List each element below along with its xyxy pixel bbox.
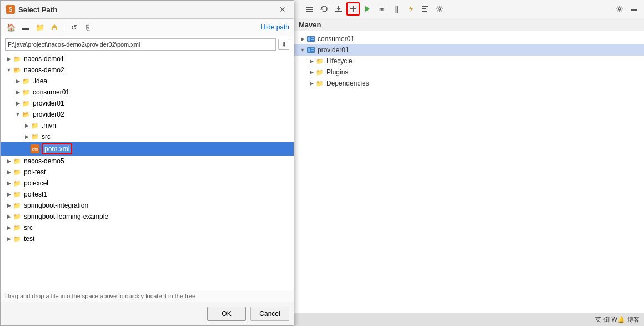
tree-arrow-provider02 xyxy=(14,111,22,118)
tree-arrow-src xyxy=(23,133,31,141)
tree-label-nacos-demo5: nacos-demo5 xyxy=(24,157,64,165)
tree-item-test[interactable]: test xyxy=(1,233,294,244)
tree-item-poi-test[interactable]: poi-test xyxy=(1,167,294,178)
title-left: S Select Path xyxy=(6,5,57,14)
tree-item-pom-xml[interactable]: xml pom.xml xyxy=(1,142,294,156)
svg-marker-11 xyxy=(365,6,370,12)
svg-marker-1 xyxy=(52,24,57,27)
taskbar-item-en: 英 xyxy=(595,315,601,324)
tree-item-springboot-integration[interactable]: springboot-integration xyxy=(1,200,294,211)
maven-m-button[interactable]: m xyxy=(375,2,389,16)
folder-icon-springboot-learning xyxy=(13,212,22,221)
select-path-dialog: S Select Path ✕ 🏠 ▬ 📁 ↺ ⎘ Hide path ⬇ na… xyxy=(0,0,294,326)
svg-rect-14 xyxy=(422,8,426,9)
maven-item-plugins[interactable]: ▶ Plugins xyxy=(294,67,644,78)
maven-label-consumer01: consumer01 xyxy=(318,35,354,43)
maven-minimize-button[interactable] xyxy=(627,2,641,16)
tree-arrow-idea xyxy=(14,77,22,85)
maven-run-button[interactable] xyxy=(361,2,374,16)
maven-tree: ▶ consumer01 ▼ xyxy=(294,31,644,326)
path-download-button[interactable]: ⬇ xyxy=(278,39,289,50)
maven-item-provider01[interactable]: ▼ provider01 xyxy=(294,44,644,56)
folder-icon-poi-test xyxy=(13,168,22,177)
tree-item-src[interactable]: src xyxy=(1,131,294,142)
maven-collapse-button[interactable] xyxy=(303,2,316,16)
maven-skip-tests-button[interactable] xyxy=(404,2,417,16)
terminal-button[interactable]: ▬ xyxy=(19,21,32,33)
dialog-toolbar: 🏠 ▬ 📁 ↺ ⎘ Hide path xyxy=(1,19,294,36)
folder-icon-poitest1 xyxy=(13,190,22,199)
xml-icon-pom: xml xyxy=(31,144,39,153)
svg-point-16 xyxy=(439,8,441,10)
tree-item-provider01[interactable]: provider01 xyxy=(1,98,294,109)
maven-parallel-button[interactable]: ‖ xyxy=(390,2,403,16)
maven-icon-lifecycle xyxy=(315,57,324,66)
svg-rect-26 xyxy=(311,50,314,51)
copy-path-button[interactable]: ⎘ xyxy=(82,21,94,33)
maven-label-dependencies: Dependencies xyxy=(326,79,369,87)
tree-item-springboot-learning-example[interactable]: springboot-learning-example xyxy=(1,211,294,222)
maven-item-consumer01[interactable]: ▶ consumer01 xyxy=(294,33,644,44)
file-tree: nacos-demo1 nacos-demo2 .idea consumer01… xyxy=(1,53,294,290)
tree-label-provider01: provider01 xyxy=(33,99,64,107)
svg-rect-2 xyxy=(53,28,56,30)
folder-icon-provider02 xyxy=(22,110,31,119)
folder-icon-consumer01 xyxy=(22,88,31,97)
path-input[interactable] xyxy=(5,38,276,51)
svg-rect-22 xyxy=(311,39,314,40)
maven-settings-button[interactable] xyxy=(433,2,446,16)
folder-up-button[interactable] xyxy=(48,21,61,33)
tree-item-mvn[interactable]: .mvn xyxy=(1,120,294,131)
svg-marker-12 xyxy=(409,6,413,12)
tree-label-provider02: provider02 xyxy=(33,111,64,118)
new-folder-button[interactable]: 📁 xyxy=(34,21,46,33)
maven-item-dependencies[interactable]: ▶ Dependencies xyxy=(294,78,644,89)
maven-reload-button[interactable] xyxy=(318,2,331,16)
tree-item-nacos-demo1[interactable]: nacos-demo1 xyxy=(1,53,294,64)
maven-add-button[interactable] xyxy=(346,2,360,16)
tree-item-consumer01[interactable]: consumer01 xyxy=(1,87,294,98)
folder-icon-provider01 xyxy=(22,99,31,108)
maven-icon-dependencies xyxy=(315,79,324,88)
hide-path-button[interactable]: Hide path xyxy=(261,23,289,31)
dialog-close-button[interactable]: ✕ xyxy=(277,4,288,15)
cancel-button[interactable]: Cancel xyxy=(250,307,289,321)
svg-rect-10 xyxy=(350,8,356,9)
tree-item-poitest1[interactable]: poitest1 xyxy=(1,189,294,200)
tree-item-src2[interactable]: src xyxy=(1,222,294,233)
dialog-footer: OK Cancel xyxy=(1,302,294,325)
svg-rect-8 xyxy=(335,11,342,12)
tree-item-nacos-demo2[interactable]: nacos-demo2 xyxy=(1,64,294,76)
taskbar-item-cn: 倒 xyxy=(603,315,610,324)
maven-arrow-provider01: ▼ xyxy=(299,47,306,53)
home-button[interactable]: 🏠 xyxy=(5,21,17,33)
maven-panel: m ‖ Maven ▶ xyxy=(294,0,644,326)
tree-arrow-mvn xyxy=(23,122,31,129)
maven-item-lifecycle[interactable]: ▶ Lifecycle xyxy=(294,56,644,67)
taskbar: 英 倒 W🔔 博客 xyxy=(294,313,644,326)
svg-rect-15 xyxy=(422,11,427,12)
maven-gear-button[interactable] xyxy=(613,2,626,16)
taskbar-item-wu: W🔔 xyxy=(612,316,625,323)
svg-rect-7 xyxy=(338,6,339,8)
maven-title-bar: Maven xyxy=(294,18,644,31)
tree-label-nacos-demo1: nacos-demo1 xyxy=(24,55,64,63)
tree-arrow-springboot-learning xyxy=(5,213,13,220)
maven-download-button[interactable] xyxy=(332,2,345,16)
dialog-icon: S xyxy=(6,5,15,14)
tree-item-provider02[interactable]: provider02 xyxy=(1,109,294,120)
dialog-title: Select Path xyxy=(18,6,57,14)
refresh-button[interactable]: ↺ xyxy=(68,21,80,33)
svg-rect-25 xyxy=(311,48,314,49)
tree-arrow-springboot-integration xyxy=(5,202,13,209)
tree-item-poiexcel[interactable]: poiexcel xyxy=(1,178,294,189)
ok-button[interactable]: OK xyxy=(207,307,246,321)
folder-icon-nacos-demo5 xyxy=(13,157,22,165)
tree-item-idea[interactable]: .idea xyxy=(1,76,294,87)
maven-profiles-button[interactable] xyxy=(419,2,432,16)
tree-label-nacos-demo2: nacos-demo2 xyxy=(24,66,64,74)
tree-label-mvn: .mvn xyxy=(42,122,56,129)
tree-item-nacos-demo5[interactable]: nacos-demo5 xyxy=(1,156,294,167)
dialog-titlebar: S Select Path ✕ xyxy=(1,1,294,19)
tree-label-idea: .idea xyxy=(33,77,47,85)
